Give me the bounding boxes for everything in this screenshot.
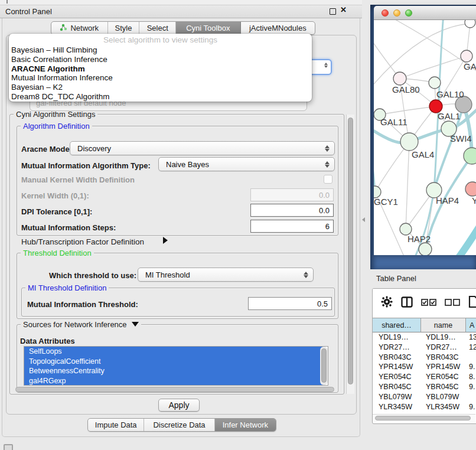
dropdown-item[interactable]: Bayesian – Hill Climbing <box>9 45 312 55</box>
dropdown-item-selected[interactable]: ARACNE Algorithm <box>9 64 312 74</box>
algorithm-dropdown-popup: Select algorithm to view settings Bayesi… <box>9 34 312 102</box>
mi-threshold-field[interactable] <box>248 297 332 310</box>
table-row[interactable]: YDR27…YDR27…12 <box>373 343 476 353</box>
table-header-row: shared… name A <box>373 318 476 332</box>
tab-select[interactable]: Select <box>139 22 176 34</box>
file-icon[interactable] <box>468 295 476 311</box>
node[interactable] <box>419 243 432 255</box>
table-body: YDL19…YDL19…13 YDR27…YDR27…12 YBR043CYBR… <box>373 332 476 413</box>
which-threshold-combobox[interactable]: MI Threshold <box>138 268 314 282</box>
node-label: HAP4 <box>436 195 459 206</box>
node-green[interactable] <box>464 148 476 164</box>
zoom-traffic-light-icon[interactable] <box>405 9 412 17</box>
table-row[interactable]: YBR045CYBR045C9. <box>373 382 476 392</box>
dropdown-item[interactable]: Dream8 DC_TDC Algorithm <box>9 92 312 102</box>
table-row[interactable]: YPR145WYPR145W9. <box>373 362 476 372</box>
hub-section-label[interactable]: Hub/Transcription Factor Definition <box>21 237 144 246</box>
list-item[interactable]: gal4RGexp <box>24 376 325 386</box>
collapsed-panel-icon[interactable] <box>4 444 13 450</box>
show-columns-checked-icon[interactable] <box>421 298 436 308</box>
kernel-width-label: Kernel Width (0,1): <box>21 191 89 200</box>
float-window-icon[interactable] <box>330 8 336 15</box>
manual-kernel-checkbox[interactable] <box>324 175 332 184</box>
settings-group-title: Cyni Algorithm Settings <box>14 110 97 119</box>
tab-style[interactable]: Style <box>108 22 140 34</box>
split-columns-icon[interactable] <box>401 296 413 310</box>
tab-discretize-data[interactable]: Discretize Data <box>144 419 214 431</box>
node-gcy1[interactable] <box>374 186 381 198</box>
tab-cyni-toolbox[interactable]: Cyni Toolbox <box>176 22 241 34</box>
expand-triangle-icon[interactable] <box>163 237 168 244</box>
table-row[interactable]: YIL052CYIL052C9 <box>373 412 476 413</box>
dropdown-item[interactable]: Bayesian – K2 <box>9 83 312 92</box>
dropdown-item[interactable]: Basic Correlation Inference <box>9 55 312 64</box>
table-row[interactable]: YBL079WYBL079W <box>373 392 476 402</box>
node-label: GAL10 <box>436 89 464 99</box>
mi-type-label: Mutual Information Algorithm Type: <box>21 161 151 170</box>
data-attributes-list[interactable]: SelfLoops TopologicalCoefficient Between… <box>24 346 328 386</box>
hide-columns-unchecked-icon[interactable] <box>445 298 460 308</box>
mi-threshold-label: Mutual Information Threshold: <box>27 300 138 309</box>
node[interactable] <box>461 50 472 62</box>
table-row[interactable]: YLR345WYLR345W9. <box>373 402 476 412</box>
mi-threshold-group-title: MI Threshold Definition <box>25 283 109 292</box>
close-traffic-light-icon[interactable] <box>382 9 389 17</box>
app-root: Control Panel ✕ Network Style Select Cyn… <box>0 0 476 450</box>
mi-type-value: Naive Bayes <box>159 160 322 169</box>
list-item[interactable]: BetweennessCentrality <box>24 366 325 376</box>
network-canvas[interactable]: GAL GAL80 GAL10 GAL1 GAL11 SWI4 GAL4 GCY… <box>374 20 476 255</box>
stepper-arrows-icon <box>322 145 334 152</box>
node[interactable] <box>465 20 475 28</box>
manual-kernel-label: Manual Kernel Width Definition <box>21 175 135 184</box>
table-row[interactable]: YER054CYER054C8. <box>373 372 476 382</box>
table-panel: shared… name A YDL19…YDL19…13 YDR27…YDR2… <box>372 288 476 424</box>
kernel-width-field[interactable] <box>250 188 334 201</box>
table-row[interactable]: YDL19…YDL19…13 <box>373 332 476 343</box>
apply-button[interactable]: Apply <box>158 399 200 412</box>
list-item[interactable]: SelfLoops <box>24 347 325 357</box>
settings-scrollbar-thumb[interactable] <box>348 118 353 384</box>
collapse-triangle-icon[interactable] <box>132 322 139 327</box>
column-header-name[interactable]: name <box>421 318 466 332</box>
tab-network[interactable]: Network <box>51 22 108 34</box>
kernel-width-field-wrap <box>250 188 334 201</box>
control-panel-title: Control Panel <box>0 7 52 16</box>
node-gal4[interactable] <box>400 133 418 151</box>
node-gal10[interactable] <box>429 77 441 89</box>
dropdown-item[interactable]: Mutual Information Inference <box>9 73 312 83</box>
node-salmon[interactable] <box>465 182 476 196</box>
close-icon[interactable]: ✕ <box>340 5 347 14</box>
list-item[interactable]: TopologicalCoefficient <box>24 357 325 367</box>
attributes-scrollbar[interactable] <box>320 347 328 385</box>
node-gal80[interactable] <box>393 72 406 85</box>
tab-jactivemnodules[interactable]: jActiveMNodules <box>241 22 315 34</box>
column-header-shared-name[interactable]: shared… <box>373 318 421 332</box>
network-window-titlebar[interactable] <box>374 6 476 20</box>
splitter-handle-icon[interactable] <box>362 217 365 222</box>
attributes-scrollbar-thumb[interactable] <box>321 348 327 383</box>
column-header-partial[interactable]: A <box>466 318 476 332</box>
mi-steps-field[interactable] <box>250 220 334 233</box>
minimize-traffic-light-icon[interactable] <box>393 9 400 17</box>
tab-infer-network[interactable]: Infer Network <box>215 419 276 431</box>
node-label: GAL80 <box>392 84 420 94</box>
network-window: GAL GAL80 GAL10 GAL1 GAL11 SWI4 GAL4 GCY… <box>374 6 476 255</box>
sources-group-title: Sources for Network Inference <box>21 320 141 329</box>
stepper-arrows-icon <box>322 161 334 168</box>
settings-scrollbar[interactable] <box>346 115 354 394</box>
aracne-mode-combobox[interactable]: Discovery <box>70 141 335 155</box>
table-horizontal-scrollbar[interactable] <box>373 414 475 422</box>
horizontal-scrollbar-thumb[interactable] <box>15 387 334 392</box>
table-hscroll-thumb[interactable] <box>375 416 471 420</box>
table-toolbar <box>373 289 476 317</box>
gear-icon[interactable] <box>381 296 393 310</box>
node-label: GAL <box>464 61 476 71</box>
node-hap2[interactable] <box>400 223 412 235</box>
mi-type-combobox[interactable]: Naive Bayes <box>158 157 335 171</box>
top-strip <box>0 0 362 5</box>
dpi-tolerance-field[interactable] <box>250 204 334 217</box>
aracne-mode-value: Discovery <box>70 144 322 153</box>
tab-impute-data[interactable]: Impute Data <box>88 419 144 431</box>
aracne-mode-label: Aracne Mode: <box>21 145 72 154</box>
table-row[interactable]: YBR043CYBR043C <box>373 353 476 363</box>
